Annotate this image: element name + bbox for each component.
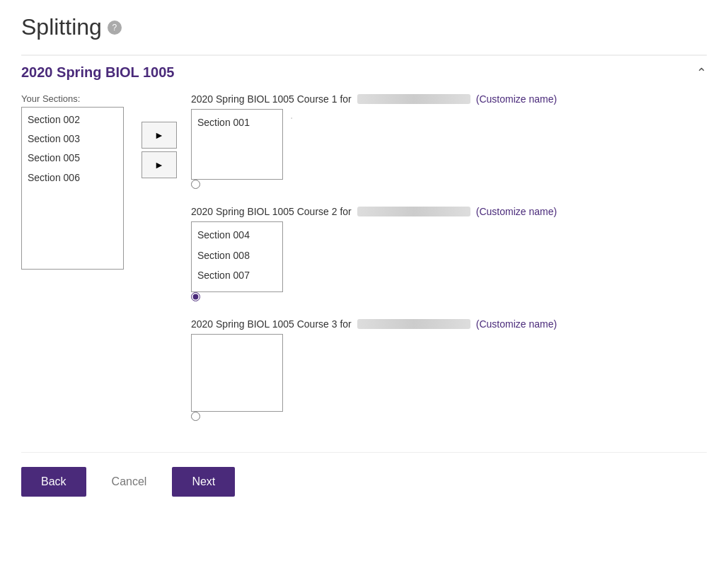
course-1-radio[interactable] xyxy=(191,180,200,189)
list-item[interactable]: Section 003 xyxy=(25,129,120,149)
course-1-sections-box[interactable]: Section 001 xyxy=(191,109,283,180)
list-item[interactable]: Section 004 xyxy=(197,225,277,245)
move-right-top-button[interactable]: ► xyxy=(141,122,177,149)
course-1-sections-area: Section 001 · xyxy=(191,109,707,192)
course-1-label-row: 2020 Spring BIOL 1005 Course 1 for (Cust… xyxy=(191,93,707,105)
list-item[interactable]: Section 002 xyxy=(25,110,120,129)
bottom-buttons-bar: Back Cancel Next xyxy=(21,452,707,497)
your-sections-panel: Your Sections: Section 002 Section 003 S… xyxy=(21,93,127,270)
course-3-sections-box[interactable] xyxy=(191,334,283,412)
list-item[interactable]: Section 005 xyxy=(25,149,120,168)
course-block-3: 2020 Spring BIOL 1005 Course 3 for (Cust… xyxy=(191,318,707,424)
list-item[interactable]: Section 007 xyxy=(197,265,277,286)
course-2-label-row: 2020 Spring BIOL 1005 Course 2 for (Cust… xyxy=(191,206,707,217)
course-3-label-prefix: 2020 Spring BIOL 1005 Course 3 for xyxy=(191,318,352,330)
course-title: 2020 Spring BIOL 1005 xyxy=(21,64,174,81)
course-2-sections-area: Section 004 Section 008 Section 007 xyxy=(191,221,707,304)
course-block-2: 2020 Spring BIOL 1005 Course 2 for (Cust… xyxy=(191,206,707,304)
course-1-customize-link[interactable]: (Customize name) xyxy=(476,93,557,105)
courses-column: 2020 Spring BIOL 1005 Course 1 for (Cust… xyxy=(191,93,707,424)
list-item[interactable]: Section 006 xyxy=(25,168,120,187)
course-2-label-prefix: 2020 Spring BIOL 1005 Course 2 for xyxy=(191,206,352,217)
cancel-button[interactable]: Cancel xyxy=(100,467,158,497)
collapse-chevron-icon[interactable]: ⌃ xyxy=(696,65,707,81)
course-3-radio[interactable] xyxy=(191,412,200,421)
list-item[interactable]: Section 001 xyxy=(197,112,277,133)
course-2-customize-link[interactable]: (Customize name) xyxy=(476,206,557,217)
course-1-dot: · xyxy=(290,112,293,125)
next-button[interactable]: Next xyxy=(172,467,235,497)
move-right-bottom-button[interactable]: ► xyxy=(141,151,177,178)
course-1-blurred-name xyxy=(357,94,470,104)
help-icon[interactable]: ? xyxy=(108,21,122,35)
course-2-radio[interactable] xyxy=(191,292,200,301)
arrow-buttons-group: ► ► xyxy=(141,122,177,178)
available-sections-list[interactable]: Section 002 Section 003 Section 005 Sect… xyxy=(21,107,124,270)
course-2-sections-box[interactable]: Section 004 Section 008 Section 007 xyxy=(191,221,283,292)
course-3-label-row: 2020 Spring BIOL 1005 Course 3 for (Cust… xyxy=(191,318,707,330)
course-3-blurred-name xyxy=(357,319,470,329)
course-3-sections-area xyxy=(191,334,707,424)
course-2-blurred-name xyxy=(357,207,470,216)
your-sections-label: Your Sections: xyxy=(21,93,127,104)
back-button[interactable]: Back xyxy=(21,467,86,497)
course-3-customize-link[interactable]: (Customize name) xyxy=(476,318,557,330)
list-item[interactable]: Section 008 xyxy=(197,245,277,266)
course-1-label-prefix: 2020 Spring BIOL 1005 Course 1 for xyxy=(191,93,352,105)
page-title: Splitting xyxy=(21,14,102,40)
course-block-1: 2020 Spring BIOL 1005 Course 1 for (Cust… xyxy=(191,93,707,192)
